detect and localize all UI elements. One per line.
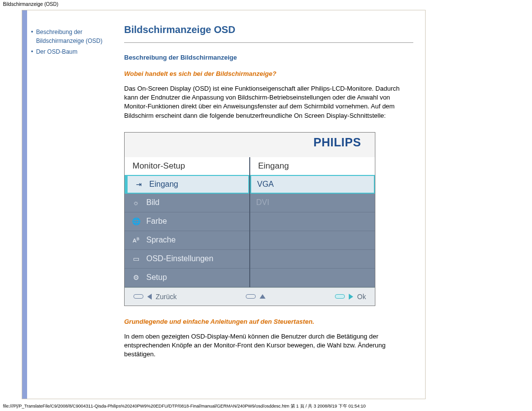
brightness-icon: ☼: [131, 197, 141, 208]
philips-logo: PHILIPS: [313, 136, 361, 149]
osd-right-column: VGA DVI: [250, 175, 375, 287]
browser-tab-title: Bildschirmanzeige (OSD): [3, 1, 58, 7]
osd-item-sprache[interactable]: ᴀᴮ Sprache: [125, 231, 249, 250]
osd-empty-row: [250, 269, 375, 287]
sidebar-link-label[interactable]: Beschreibung der Bildschirmanzeige (OSD): [36, 28, 114, 45]
osd-item-label: Setup: [146, 273, 167, 282]
osd-item-farbe[interactable]: 🌐 Farbe: [125, 212, 249, 231]
osd-item-label: OSD-Einstellungen: [146, 254, 213, 263]
osd-item-label: Farbe: [146, 217, 167, 226]
osd-up-group[interactable]: [246, 294, 266, 299]
sidebar-item-osd-tree[interactable]: • Der OSD-Baum: [31, 47, 114, 56]
osd-item-label: Bild: [146, 198, 160, 207]
page-frame: • Beschreibung der Bildschirmanzeige (OS…: [22, 10, 426, 399]
triangle-right-icon: [349, 294, 353, 300]
paragraph: In dem oben gezeigten OSD-Display-Menü k…: [124, 332, 413, 359]
sidebar-link-label[interactable]: Der OSD-Baum: [36, 47, 77, 56]
osd-header-right: Eingang: [250, 157, 375, 175]
osd-option-vga[interactable]: VGA: [250, 175, 375, 194]
triangle-left-icon: [147, 294, 152, 300]
caption-text: Grundlegende und einfache Anleitungen au…: [124, 318, 413, 325]
bullet-icon: •: [31, 47, 33, 56]
osd-option-dvi[interactable]: DVI: [250, 194, 375, 212]
divider: [124, 42, 413, 43]
question-text: Wobei handelt es sich bei der Bildschirm…: [124, 70, 413, 77]
left-accent-bar: [22, 10, 27, 399]
osd-item-label: Sprache: [146, 236, 176, 244]
osd-item-osd-einstellungen[interactable]: ▭ OSD-Einstellungen: [125, 250, 249, 269]
bullet-icon: •: [31, 28, 33, 45]
pill-button-icon: [133, 294, 143, 299]
main-content: Bildschirmanzeige OSD Beschreibung der B…: [118, 10, 425, 399]
osd-item-label: Eingang: [149, 180, 178, 189]
pill-button-icon: [246, 294, 256, 299]
osd-footer: Zurück Ok: [125, 287, 375, 306]
osd-ok-label: Ok: [357, 293, 366, 301]
osd-back-group[interactable]: Zurück: [133, 293, 177, 301]
language-icon: ᴀᴮ: [131, 235, 141, 245]
section-heading: Beschreibung der Bildschirmanzeige: [124, 54, 413, 61]
osd-empty-row: [250, 231, 375, 250]
osd-header-row: Monitor-Setup Eingang: [125, 157, 375, 175]
paragraph: Das On-Screen Display (OSD) ist eine Fun…: [124, 84, 413, 120]
osd-header-left: Monitor-Setup: [125, 157, 250, 175]
osd-left-column: ⇥ Eingang ☼ Bild 🌐 Farbe ᴀᴮ Sprache: [125, 175, 250, 287]
osd-option-label: DVI: [256, 198, 269, 207]
page-title: Bildschirmanzeige OSD: [124, 24, 413, 35]
input-icon: ⇥: [133, 179, 144, 190]
osd-item-eingang[interactable]: ⇥ Eingang: [125, 175, 249, 194]
osd-item-bild[interactable]: ☼ Bild: [125, 194, 249, 212]
triangle-up-icon: [260, 294, 266, 299]
gear-icon: ⚙: [131, 272, 141, 283]
osd-ok-group[interactable]: Ok: [335, 293, 366, 301]
sidebar-item-osd-desc[interactable]: • Beschreibung der Bildschirmanzeige (OS…: [31, 28, 114, 45]
osd-option-label: VGA: [257, 180, 274, 189]
file-path-footer: file:///P|/P_TranslateFile/C9/2008/8/C90…: [3, 403, 366, 410]
osd-item-setup[interactable]: ⚙ Setup: [125, 269, 249, 287]
sidebar: • Beschreibung der Bildschirmanzeige (OS…: [27, 10, 118, 399]
osd-empty-row: [250, 212, 375, 231]
osd-settings-icon: ▭: [131, 253, 141, 264]
pill-button-ok-icon: [335, 294, 345, 299]
osd-empty-row: [250, 250, 375, 269]
osd-back-label: Zurück: [156, 293, 177, 301]
osd-screenshot: PHILIPS Monitor-Setup Eingang ⇥ Eingang …: [124, 132, 375, 306]
osd-logo-row: PHILIPS: [125, 133, 375, 157]
globe-icon: 🌐: [131, 216, 141, 227]
osd-body: ⇥ Eingang ☼ Bild 🌐 Farbe ᴀᴮ Sprache: [125, 175, 375, 287]
